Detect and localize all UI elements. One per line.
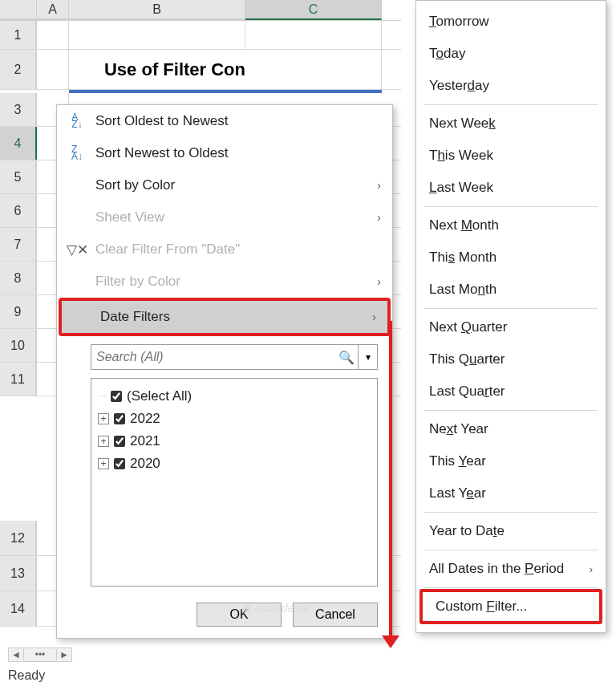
sort-asc-icon: AZ↓	[68, 114, 86, 128]
row-header-12[interactable]: 12	[0, 521, 37, 555]
filter-next-quarter[interactable]: Next Quarter	[416, 311, 606, 343]
search-input[interactable]	[91, 350, 335, 364]
filter-last-quarter[interactable]: Last Quarter	[416, 375, 606, 408]
row-header-1[interactable]: 1	[0, 21, 37, 49]
filter-yesterday[interactable]: Yesterday	[416, 70, 606, 102]
filter-tomorrow[interactable]: Tomorrow	[416, 6, 606, 38]
checkbox-select-all[interactable]	[111, 391, 122, 402]
row-header-9[interactable]: 9	[0, 295, 37, 328]
status-ready: Ready	[8, 668, 45, 683]
filter-this-quarter[interactable]: This Quarter	[416, 343, 606, 375]
date-filters-submenu: Tomorrow Today Yesterday Next Week This …	[415, 0, 606, 633]
column-header-c[interactable]: C	[245, 0, 382, 20]
row-header-13[interactable]: 13	[0, 556, 37, 591]
row-header-3[interactable]: 3	[0, 93, 37, 126]
chevron-right-icon: ›	[372, 311, 376, 323]
row-header-7[interactable]: 7	[0, 228, 37, 261]
watermark: ◉ exceldemy	[241, 602, 309, 615]
row-header-10[interactable]: 10	[0, 329, 37, 362]
tree-year-2022[interactable]: +2022	[98, 408, 371, 430]
filter-this-week[interactable]: This Week	[416, 140, 606, 172]
row-header-8[interactable]: 8	[0, 262, 37, 294]
filter-custom[interactable]: Custom Filter...	[419, 589, 602, 624]
annotation-arrowhead	[382, 635, 399, 648]
filter-this-month[interactable]: This Month	[416, 242, 606, 274]
column-header-b[interactable]: B	[69, 0, 245, 20]
checkbox-2022[interactable]	[114, 413, 125, 424]
tree-year-2021[interactable]: +2021	[98, 430, 371, 453]
row-header-11[interactable]: 11	[0, 363, 37, 396]
sort-newest-oldest[interactable]: ZA↓ Sort Newest to Oldest	[57, 137, 392, 169]
sort-desc-icon: ZA↓	[68, 146, 86, 160]
filter-today[interactable]: Today	[416, 38, 606, 70]
funnel-clear-icon: ▽✕	[68, 242, 86, 258]
chevron-right-icon: ›	[590, 563, 593, 575]
sheet-view: Sheet View ›	[57, 201, 392, 233]
chevron-right-icon: ›	[377, 179, 381, 192]
row-header-14[interactable]: 14	[0, 591, 37, 626]
filter-next-year[interactable]: Next Year	[416, 413, 606, 445]
filter-last-week[interactable]: Last Week	[416, 172, 606, 204]
select-all-corner[interactable]	[0, 0, 37, 20]
search-icon: 🔍	[335, 350, 358, 365]
filter-all-dates-period[interactable]: All Dates in the Period›	[416, 553, 606, 585]
tree-select-all[interactable]: ⋯(Select All)	[98, 385, 371, 408]
annotation-arrow	[389, 321, 392, 640]
checkbox-2020[interactable]	[114, 458, 125, 469]
filter-by-color: Filter by Color ›	[57, 266, 392, 298]
filter-next-week[interactable]: Next Week	[416, 108, 606, 140]
row-header-5[interactable]: 5	[0, 160, 37, 193]
row-header-4[interactable]: 4	[0, 127, 37, 160]
filter-dropdown: AZ↓ Sort Oldest to Newest ZA↓ Sort Newes…	[56, 104, 393, 639]
filter-last-year[interactable]: Last Year	[416, 477, 606, 509]
expand-icon[interactable]: +	[98, 436, 109, 447]
row-header-2[interactable]: 2	[0, 50, 37, 89]
search-dropdown-icon[interactable]: ▾	[358, 345, 377, 369]
filter-values-tree[interactable]: ⋯(Select All) +2022 +2021 +2020	[91, 378, 378, 587]
filter-next-month[interactable]: Next Month	[416, 209, 606, 242]
tree-year-2020[interactable]: +2020	[98, 453, 371, 475]
sheet-scroll-buttons[interactable]: ◄•••►	[8, 647, 72, 662]
sort-oldest-newest[interactable]: AZ↓ Sort Oldest to Newest	[57, 105, 392, 137]
date-filters[interactable]: Date Filters ›	[62, 301, 387, 333]
sort-by-color[interactable]: Sort by Color ›	[57, 169, 392, 201]
page-title: Use of Filter Con	[69, 50, 245, 89]
checkbox-2021[interactable]	[114, 436, 125, 447]
filter-year-to-date[interactable]: Year to Date	[416, 515, 606, 547]
expand-icon[interactable]: +	[98, 458, 109, 469]
filter-this-year[interactable]: This Year	[416, 445, 606, 477]
row-header-6[interactable]: 6	[0, 194, 37, 227]
clear-filter: ▽✕ Clear Filter From "Date"	[57, 233, 392, 266]
filter-last-month[interactable]: Last Month	[416, 274, 606, 306]
filter-search[interactable]: 🔍 ▾	[91, 344, 378, 370]
expand-icon[interactable]: +	[98, 413, 109, 424]
column-header-a[interactable]: A	[37, 0, 69, 20]
